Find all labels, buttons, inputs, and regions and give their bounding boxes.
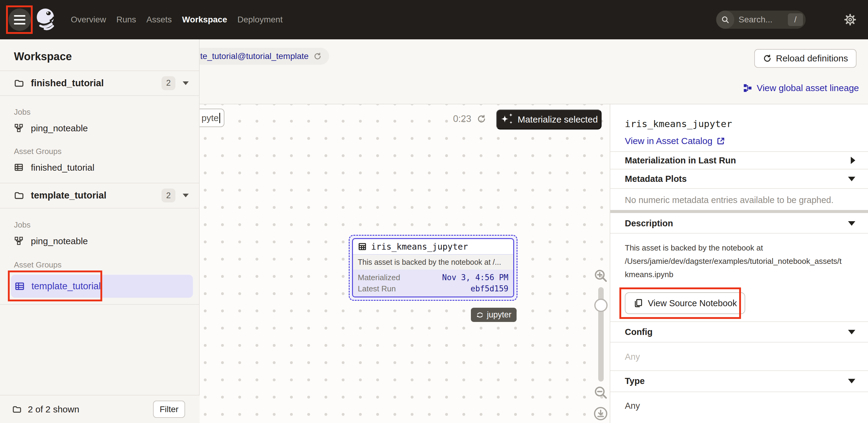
zoom-in-icon[interactable]: [593, 268, 608, 283]
asset-node-stats: Materialized Nov 3, 4:56 PM Latest Run e…: [353, 270, 513, 297]
search-input[interactable]: Search... /: [716, 10, 806, 29]
nav-item-assets[interactable]: Assets: [146, 15, 172, 25]
job-icon: [14, 236, 24, 246]
materialized-row: Materialized Nov 3, 4:56 PM: [358, 273, 508, 282]
asset-graph-canvas[interactable]: pyte 0:23 Materialize selected iris_kmea…: [199, 104, 610, 423]
sidebar-group-template-tutorial-selected[interactable]: template_tutorial: [11, 275, 193, 298]
section-config[interactable]: Config: [610, 322, 868, 342]
asset-node-iris-kmeans-jupyter[interactable]: iris_kmeans_jupyter This asset is backed…: [349, 235, 518, 301]
asset-table-icon: [358, 242, 367, 251]
nav-item-deployment[interactable]: Deployment: [238, 15, 282, 25]
refresh-icon: [763, 54, 772, 63]
chevron-down-icon: [848, 330, 855, 334]
nav-item-runs[interactable]: Runs: [117, 15, 136, 25]
asset-group-icon: [14, 162, 24, 173]
top-nav: Overview Runs Assets Workspace Deploymen…: [0, 0, 868, 39]
section-description[interactable]: Description: [610, 214, 868, 233]
sidebar-job-ping-noteable[interactable]: ping_noteable: [0, 119, 199, 138]
section-metadata-plots[interactable]: Metadata Plots: [610, 170, 868, 188]
type-value: Any: [625, 401, 640, 411]
job-name: ping_noteable: [31, 236, 88, 246]
jupyter-tag-label: jupyter: [487, 310, 512, 320]
refresh-icon[interactable]: [477, 114, 486, 124]
sidebar-repo-template-tutorial[interactable]: template_tutorial 2: [0, 183, 199, 208]
repo-count-badge: 2: [161, 76, 176, 90]
notebook-copy-icon: [633, 298, 643, 308]
main-menu-button[interactable]: [8, 8, 31, 31]
catalog-link-label: View in Asset Catalog: [625, 136, 713, 146]
hamburger-icon: [14, 15, 25, 17]
code-location-tag[interactable]: te_tutorial@tutorial_template: [193, 48, 329, 65]
sidebar-repo-finished-tutorial[interactable]: finished_tutorial 2: [0, 71, 199, 95]
jobs-label: Jobs: [14, 220, 31, 230]
view-in-asset-catalog-link[interactable]: View in Asset Catalog: [625, 136, 725, 146]
code-location-text: te_tutorial@tutorial_template: [200, 52, 309, 61]
job-icon: [14, 123, 24, 133]
nav-links: Overview Runs Assets Workspace Deploymen…: [71, 0, 282, 39]
nav-item-workspace[interactable]: Workspace: [182, 15, 227, 25]
chevron-down-icon: [848, 221, 855, 226]
nav-item-overview[interactable]: Overview: [71, 15, 106, 25]
zoom-out-icon[interactable]: [593, 385, 608, 400]
asset-details-panel: iris_kmeans_jupyter View in Asset Catalo…: [610, 104, 868, 423]
chevron-down-icon[interactable]: [183, 81, 189, 85]
view-source-notebook-label: View Source Notebook: [648, 298, 737, 308]
sidebar-group-finished-tutorial[interactable]: finished_tutorial: [0, 158, 199, 177]
asset-node-title: iris_kmeans_jupyter: [371, 242, 468, 252]
asset-groups-label: Asset Groups: [14, 147, 62, 156]
lineage-link-label: View global asset lineage: [757, 83, 859, 93]
folder-icon: [14, 78, 24, 88]
lineage-icon: [743, 83, 752, 93]
repo-name: finished_tutorial: [31, 78, 104, 89]
repo-count-badge: 2: [161, 188, 176, 203]
sidebar-footer: 2 of 2 shown Filter: [0, 395, 199, 423]
filter-button[interactable]: Filter: [153, 401, 185, 418]
search-placeholder: Search...: [739, 15, 788, 25]
run-id-link[interactable]: ebf5d159: [471, 284, 508, 293]
sidebar-title: Workspace: [14, 50, 72, 63]
group-name: template_tutorial: [31, 281, 101, 292]
metadata-empty-message: No numeric metadata entries available to…: [625, 195, 834, 205]
external-link-icon: [716, 137, 725, 146]
section-type[interactable]: Type: [610, 371, 868, 391]
jupyter-icon: [476, 311, 484, 319]
folder-icon: [12, 404, 22, 414]
section-splitter[interactable]: [610, 210, 868, 213]
asset-groups-label: Asset Groups: [14, 260, 62, 270]
sidebar-job-ping-noteable-2[interactable]: ping_noteable: [0, 232, 199, 250]
search-shortcut-badge: /: [788, 13, 803, 26]
chevron-right-icon: [851, 157, 855, 164]
workspace-sidebar: Workspace finished_tutorial 2 Jobs ping_…: [0, 39, 199, 423]
search-icon: [716, 10, 734, 29]
query-timer: 0:23: [453, 110, 486, 128]
jupyter-tag[interactable]: jupyter: [471, 308, 517, 322]
materialize-label: Materialize selected: [518, 114, 598, 125]
reload-definitions-button[interactable]: Reload definitions: [754, 49, 857, 68]
view-source-notebook-button[interactable]: View Source Notebook: [625, 292, 745, 314]
config-value: Any: [625, 352, 640, 362]
asset-description-text: This asset is backed by the notebook at …: [625, 241, 842, 281]
asset-node-description: This asset is backed by the notebook at …: [353, 255, 513, 270]
asset-node-header: iris_kmeans_jupyter: [353, 239, 513, 255]
chevron-down-icon: [848, 379, 855, 383]
page-header: te_tutorial@tutorial_template Reload def…: [199, 39, 868, 104]
chevron-down-icon[interactable]: [183, 194, 189, 197]
refresh-icon[interactable]: [313, 52, 322, 61]
settings-gear-icon[interactable]: [843, 13, 857, 27]
repo-name: template_tutorial: [31, 190, 106, 201]
dagster-app: Overview Runs Assets Workspace Deploymen…: [0, 0, 868, 423]
latest-run-row: Latest Run ebf5d159: [358, 284, 508, 294]
asset-group-icon: [14, 281, 25, 291]
materialize-selected-button[interactable]: Materialize selected: [496, 110, 601, 129]
dagster-logo-icon[interactable]: [33, 7, 59, 32]
view-global-asset-lineage-link[interactable]: View global asset lineage: [743, 83, 859, 93]
asset-node-card: iris_kmeans_jupyter This asset is backed…: [352, 238, 514, 297]
asset-details-title: iris_kmeans_jupyter: [625, 118, 732, 129]
sparkle-icon: [500, 113, 513, 126]
group-name: finished_tutorial: [31, 162, 94, 173]
download-graph-icon[interactable]: [593, 406, 608, 421]
zoom-slider-handle[interactable]: [594, 299, 608, 312]
shown-count: 2 of 2 shown: [28, 404, 79, 415]
chevron-down-icon: [848, 177, 855, 181]
section-materialization-in-last-run[interactable]: Materialization in Last Run: [610, 152, 868, 169]
